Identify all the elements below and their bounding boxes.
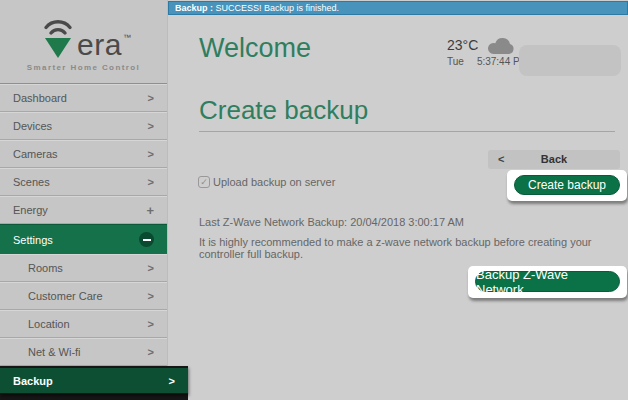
create-backup-button[interactable]: Create backup xyxy=(514,175,620,195)
chevron-right-icon: > xyxy=(148,148,154,160)
status-banner-label: Backup : xyxy=(175,3,216,13)
back-button-label: Back xyxy=(488,153,620,165)
sidebar-footer xyxy=(0,394,188,400)
chevron-right-icon: > xyxy=(148,176,154,188)
sidebar-item-label: Energy xyxy=(13,204,48,216)
trademark-symbol: ™ xyxy=(123,34,131,42)
chevron-right-icon: > xyxy=(169,375,175,387)
vera-app-window: era ™ Smarter Home Control Dashboard > D… xyxy=(0,0,628,400)
logo-tagline: Smarter Home Control xyxy=(27,63,140,72)
datetime: Tue 5:37:44 PM xyxy=(447,56,528,67)
upload-backup-checkbox-row[interactable]: ✓ Upload backup on server xyxy=(198,176,335,188)
sidebar-item-label: Devices xyxy=(13,120,52,132)
sidebar-item-label: Net & Wi-fi xyxy=(28,346,81,358)
sidebar-item-label: Rooms xyxy=(28,262,63,274)
sidebar-item-scenes[interactable]: Scenes > xyxy=(0,168,167,196)
chevron-right-icon: > xyxy=(148,92,154,104)
sidebar-item-net-wifi[interactable]: Net & Wi-fi > xyxy=(0,338,167,366)
sidebar-item-label: Settings xyxy=(13,234,53,246)
sidebar-item-label: Backup xyxy=(13,375,53,387)
top-right-button[interactable] xyxy=(519,45,621,76)
sidebar-item-devices[interactable]: Devices > xyxy=(0,112,167,140)
sidebar-item-label: Scenes xyxy=(13,176,50,188)
sidebar-item-rooms[interactable]: Rooms > xyxy=(0,254,167,282)
chevron-right-icon: > xyxy=(148,262,154,274)
sidebar-item-label: Cameras xyxy=(13,148,58,160)
vera-logo-row: era ™ xyxy=(36,20,131,60)
zwave-recommendation-text: It is highly recommended to make a z-wav… xyxy=(199,236,628,260)
upload-backup-label: Upload backup on server xyxy=(213,176,335,188)
back-button[interactable]: < Back xyxy=(488,150,620,169)
checkbox-checked-icon[interactable]: ✓ xyxy=(198,176,210,188)
sidebar-item-backup[interactable]: Backup > xyxy=(0,366,188,394)
sidebar-item-location[interactable]: Location > xyxy=(0,310,167,338)
chevron-right-icon: > xyxy=(148,346,154,358)
backup-zwave-network-button[interactable]: Backup Z-Wave Network xyxy=(475,271,620,292)
minus-circle-icon xyxy=(139,232,154,247)
sidebar-item-label: Location xyxy=(28,318,70,330)
plus-icon: + xyxy=(146,203,154,218)
status-banner: Backup : SUCCESS! Backup is finished. xyxy=(168,1,628,15)
sidebar-nav: Dashboard > Devices > Cameras > Scenes >… xyxy=(0,84,167,400)
section-title: Create backup xyxy=(199,95,368,126)
sidebar-item-label: Dashboard xyxy=(13,92,67,104)
sidebar-item-energy[interactable]: Energy + xyxy=(0,196,167,224)
chevron-right-icon: > xyxy=(148,120,154,132)
minus-bar xyxy=(143,239,151,241)
temperature-value: 23°C xyxy=(447,37,478,53)
day-label: Tue xyxy=(447,56,464,67)
sidebar-item-label: Customer Care xyxy=(28,290,103,302)
sidebar-item-cameras[interactable]: Cameras > xyxy=(0,140,167,168)
sidebar-item-customer-care[interactable]: Customer Care > xyxy=(0,282,167,310)
create-backup-highlight: Create backup xyxy=(507,170,627,201)
vera-logo: era ™ Smarter Home Control xyxy=(0,0,167,84)
status-banner-message: SUCCESS! Backup is finished. xyxy=(216,3,340,13)
page-title: Welcome xyxy=(199,33,311,64)
sidebar-item-settings[interactable]: Settings xyxy=(0,224,167,254)
zwave-backup-highlight: Backup Z-Wave Network xyxy=(468,266,627,298)
weather-widget: 23°C xyxy=(447,35,518,55)
vera-logo-mark-icon xyxy=(36,20,80,60)
chevron-right-icon: > xyxy=(148,318,154,330)
sidebar-item-dashboard[interactable]: Dashboard > xyxy=(0,84,167,112)
cloud-icon xyxy=(485,35,518,55)
last-zwave-backup-text: Last Z-Wave Network Backup: 20/04/2018 3… xyxy=(199,216,464,228)
sidebar: era ™ Smarter Home Control Dashboard > D… xyxy=(0,0,168,400)
section-divider xyxy=(199,131,615,132)
logo-text: era xyxy=(77,30,122,60)
chevron-right-icon: > xyxy=(148,290,154,302)
